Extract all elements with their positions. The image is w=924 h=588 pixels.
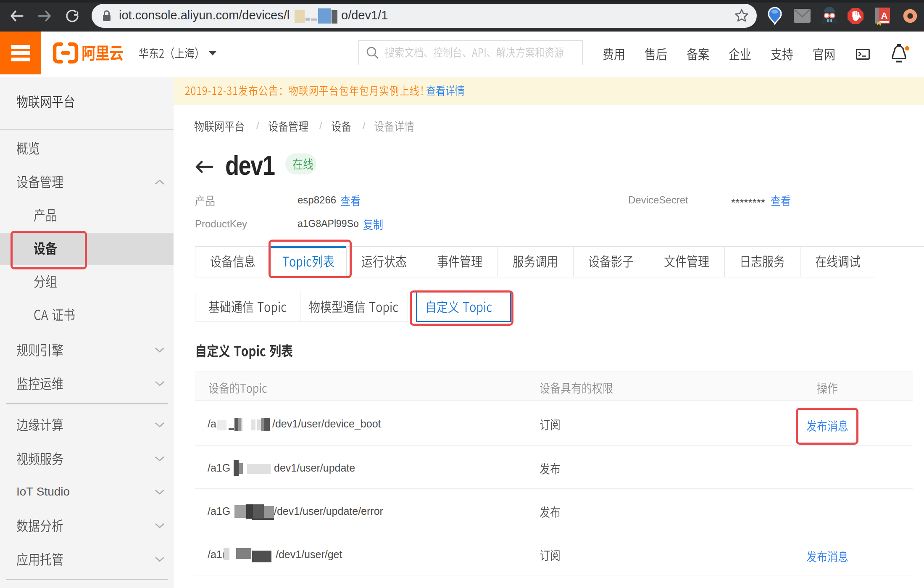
- svg-text:A: A: [881, 11, 888, 21]
